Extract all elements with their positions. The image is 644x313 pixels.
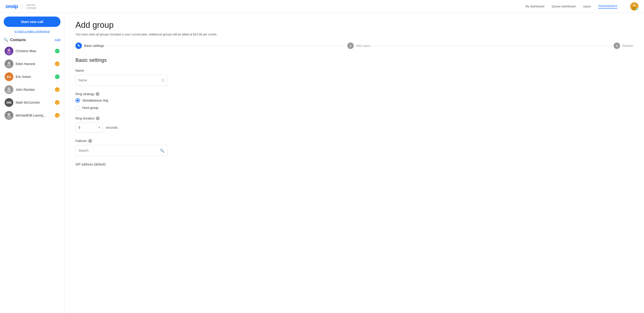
svg-point-1 bbox=[633, 4, 636, 7]
video-conference-link[interactable]: or start a video conference bbox=[4, 30, 60, 33]
contact-name: Eden Harvest bbox=[16, 62, 53, 66]
page-title: Add group bbox=[76, 20, 633, 30]
contact-name: MichaelEdit Lavorg... bbox=[16, 113, 53, 117]
logo-area: onsip now part of Intrado bbox=[6, 3, 36, 10]
radio-simultaneous-outer bbox=[76, 98, 80, 103]
svg-point-10 bbox=[8, 87, 10, 90]
svg-point-7 bbox=[8, 62, 10, 64]
onsip-logo: onsip bbox=[6, 3, 18, 9]
name-input-wrapper: ☰ bbox=[76, 75, 168, 86]
ring-strategy-label: Ring strategy ? bbox=[76, 92, 633, 96]
stepper: ✎ Basic settings 2 Add users 3 Review bbox=[76, 42, 633, 49]
contact-list: Christine Miao Eden Harvest EG Eric Gree… bbox=[4, 45, 60, 122]
contact-item[interactable]: John Riordan bbox=[4, 83, 60, 96]
svg-point-14 bbox=[6, 116, 12, 119]
ring-strategy-form-group: Ring strategy ? Simultaneous ring Hunt g… bbox=[76, 92, 633, 110]
contact-item[interactable]: Christine Miao bbox=[4, 45, 60, 57]
top-navigation: onsip now part of Intrado My dashboard Q… bbox=[0, 0, 644, 13]
step-1: ✎ Basic settings bbox=[76, 42, 104, 49]
name-form-group: Name ☰ bbox=[76, 69, 633, 86]
contact-item[interactable]: EG Eric Green bbox=[4, 70, 60, 83]
avatar: EG bbox=[4, 72, 13, 81]
main-content: Add group You have used all groups inclu… bbox=[64, 13, 644, 313]
contact-name: Eric Green bbox=[16, 75, 53, 79]
radio-hunt-label: Hunt group bbox=[82, 106, 98, 110]
step-2: 2 Add users bbox=[347, 42, 370, 49]
step-3-circle: 3 bbox=[614, 42, 620, 49]
failover-help-icon[interactable]: ? bbox=[88, 139, 92, 143]
nav-links: My dashboard Queue dashboard sayso Admin… bbox=[525, 2, 638, 10]
name-label: Name bbox=[76, 69, 633, 72]
radio-hunt-outer bbox=[76, 105, 80, 110]
logo-subtitle: now part of Intrado bbox=[26, 3, 36, 9]
avatar bbox=[4, 47, 13, 55]
nav-administrators[interactable]: Administrators bbox=[598, 4, 617, 8]
svg-point-8 bbox=[6, 64, 12, 67]
radio-simultaneous[interactable]: Simultaneous ring bbox=[76, 98, 633, 103]
step-2-circle: 2 bbox=[347, 42, 354, 49]
select-wrapper: 5 ▾ seconds bbox=[76, 122, 633, 133]
contacts-header: 🔍 Contacts Add bbox=[4, 38, 60, 42]
chevron-down-icon: ▾ bbox=[99, 126, 100, 129]
svg-point-11 bbox=[6, 90, 12, 93]
logo-divider bbox=[22, 3, 22, 10]
avatar bbox=[4, 111, 13, 120]
main-layout: Start new call or start a video conferen… bbox=[0, 13, 644, 313]
svg-point-13 bbox=[8, 113, 10, 116]
sip-address-label: SIP address (default) bbox=[76, 162, 633, 166]
svg-point-4 bbox=[8, 49, 10, 51]
contact-status bbox=[55, 49, 60, 53]
contact-status bbox=[55, 113, 60, 118]
ring-duration-select[interactable]: 5 ▾ bbox=[76, 122, 103, 133]
step-2-label: Add users bbox=[356, 44, 370, 47]
ring-duration-form-group: Ring duration ? 5 ▾ seconds bbox=[76, 116, 633, 133]
svg-point-5 bbox=[6, 51, 12, 54]
contact-name: John Riordan bbox=[16, 88, 53, 91]
nav-sayso[interactable]: sayso bbox=[583, 4, 591, 8]
avatar-status bbox=[636, 8, 638, 10]
sidebar: Start new call or start a video conferen… bbox=[0, 13, 64, 313]
contact-name: Christine Miao bbox=[16, 49, 53, 53]
contact-status bbox=[55, 62, 60, 66]
contact-status bbox=[55, 74, 60, 79]
radio-group: Simultaneous ring Hunt group bbox=[76, 98, 633, 110]
step-line-1 bbox=[106, 46, 345, 46]
name-input-icon: ☰ bbox=[161, 78, 164, 82]
contact-item[interactable]: MichaelEdit Lavorg... bbox=[4, 109, 60, 122]
failover-search-input[interactable] bbox=[78, 149, 160, 152]
step-1-icon: ✎ bbox=[77, 44, 80, 47]
radio-simultaneous-label: Simultaneous ring bbox=[82, 99, 108, 102]
failover-search-icon: 🔍 bbox=[160, 148, 164, 153]
contacts-search-icon[interactable]: 🔍 bbox=[4, 38, 8, 42]
step-line-2 bbox=[372, 46, 612, 46]
nav-queue-dashboard[interactable]: Queue dashboard bbox=[552, 4, 576, 8]
step-3: 3 Review bbox=[614, 42, 633, 49]
add-contact-link[interactable]: Add bbox=[55, 38, 60, 42]
contacts-title: Contacts bbox=[10, 38, 53, 42]
ring-strategy-help-icon[interactable]: ? bbox=[96, 92, 99, 96]
radio-hunt[interactable]: Hunt group bbox=[76, 105, 633, 110]
contact-name: Mark McCormick bbox=[16, 101, 53, 104]
start-new-call-button[interactable]: Start new call bbox=[4, 16, 60, 27]
name-input[interactable] bbox=[78, 78, 161, 82]
section-title: Basic settings bbox=[76, 57, 633, 63]
radio-simultaneous-inner bbox=[76, 99, 79, 102]
sip-address-form-group: SIP address (default) bbox=[76, 162, 633, 166]
seconds-label: seconds bbox=[106, 126, 118, 129]
contact-status bbox=[55, 87, 60, 92]
step-1-circle: ✎ bbox=[76, 42, 82, 49]
contact-item[interactable]: MM Mark McCormick bbox=[4, 96, 60, 109]
avatar bbox=[4, 59, 13, 68]
billing-notice: You have used all groups included in you… bbox=[76, 33, 633, 36]
avatar bbox=[4, 85, 13, 94]
contact-status bbox=[55, 100, 60, 105]
nav-my-dashboard[interactable]: My dashboard bbox=[525, 4, 544, 8]
avatar[interactable] bbox=[630, 2, 638, 10]
failover-label: Failover ? bbox=[76, 139, 633, 143]
ring-duration-value: 5 bbox=[78, 126, 80, 129]
avatar: MM bbox=[4, 98, 13, 107]
contact-item[interactable]: Eden Harvest bbox=[4, 58, 60, 70]
step-1-label: Basic settings bbox=[84, 44, 104, 47]
failover-form-group: Failover ? 🔍 bbox=[76, 139, 633, 156]
ring-duration-help-icon[interactable]: ? bbox=[96, 116, 100, 120]
